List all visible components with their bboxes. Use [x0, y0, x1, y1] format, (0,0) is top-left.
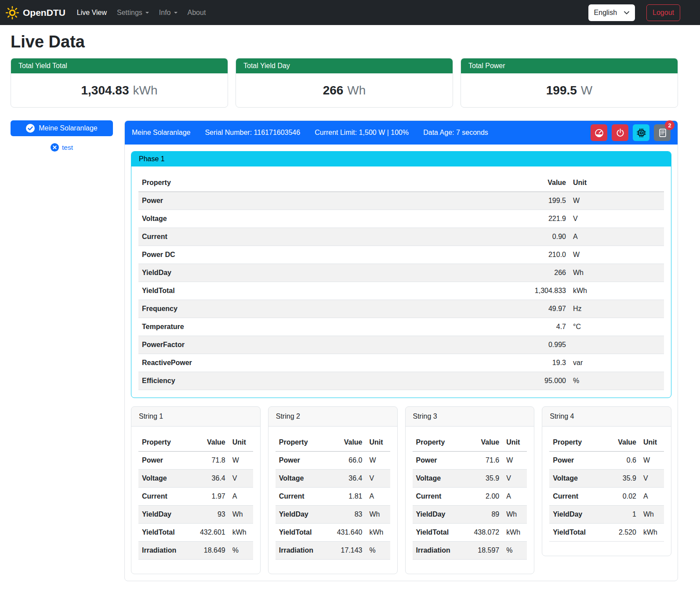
- phase-title: Phase 1: [131, 152, 671, 166]
- inverter-test-label: test: [62, 144, 73, 152]
- event-log-button[interactable]: 2: [654, 124, 671, 141]
- logout-button[interactable]: Logout: [646, 4, 680, 21]
- table-row: Power 0.6 W: [549, 452, 664, 470]
- property-cell: Voltage: [549, 470, 600, 488]
- value-header: Value: [512, 174, 569, 192]
- table-row: Current 1.97 A: [138, 488, 253, 506]
- nav-settings[interactable]: Settings: [115, 5, 151, 20]
- unit-cell: Wh: [366, 506, 390, 524]
- table-row: YieldDay 93 Wh: [138, 506, 253, 524]
- value-cell: 93: [189, 506, 229, 524]
- property-cell: Current: [276, 488, 326, 506]
- inverter-serial: Serial Number: 116171603546: [205, 129, 300, 137]
- property-cell: Voltage: [276, 470, 326, 488]
- table-row: YieldDay 89 Wh: [413, 506, 527, 524]
- table-row: Temperature 4.7 °C: [138, 318, 664, 336]
- table-row: YieldDay 1 Wh: [549, 506, 664, 524]
- value-cell: 0.90: [512, 228, 569, 246]
- property-cell: Irradiation: [413, 542, 464, 560]
- property-cell: Temperature: [138, 318, 512, 336]
- table-row: Voltage 221.9 V: [138, 210, 664, 228]
- property-cell: Power DC: [138, 246, 512, 264]
- string-4-card: String 4 Property Value Unit: [542, 406, 671, 556]
- value-cell: 431.640: [326, 524, 366, 542]
- property-cell: YieldTotal: [138, 524, 189, 542]
- navbar-right: English Logout: [588, 4, 680, 21]
- table-row: YieldTotal 438.072 kWh: [413, 524, 527, 542]
- nav-live-view[interactable]: Live View: [75, 5, 109, 20]
- property-cell: YieldTotal: [138, 282, 512, 300]
- unit-cell: %: [569, 372, 664, 390]
- table-header-row: Property Value Unit: [276, 434, 390, 452]
- card-value: 199.5W: [461, 73, 678, 107]
- unit-cell: kWh: [503, 524, 527, 542]
- string-table: Property Value Unit Power 0.6 W Voltage …: [549, 434, 664, 542]
- unit-cell: Wh: [640, 506, 664, 524]
- device-info-button[interactable]: [633, 124, 649, 141]
- value-cell: 221.9: [512, 210, 569, 228]
- card-value: 266Wh: [236, 73, 453, 107]
- value-cell: 1,304.833: [512, 282, 569, 300]
- value-cell: 49.97: [512, 300, 569, 318]
- unit-cell: W: [569, 246, 664, 264]
- string-1-card: String 1 Property Value Unit: [131, 406, 261, 574]
- value-cell: 19.3: [512, 354, 569, 372]
- property-cell: YieldDay: [138, 506, 189, 524]
- value-cell: 66.0: [326, 452, 366, 470]
- unit-cell: W: [569, 192, 664, 210]
- table-row: Power 71.6 W: [413, 452, 527, 470]
- power-button[interactable]: [612, 124, 628, 141]
- main-content: Live Data Total Yield Total 1,304.83kWh …: [0, 33, 700, 587]
- brand-link[interactable]: OpenDTU: [6, 6, 65, 19]
- unit-cell: kWh: [229, 524, 253, 542]
- language-select[interactable]: English: [588, 4, 635, 21]
- value-number: 266: [323, 83, 344, 97]
- unit-header: Unit: [569, 174, 664, 192]
- event-count-badge: 2: [665, 120, 675, 130]
- value-cell: 83: [326, 506, 366, 524]
- card-title: Total Power: [461, 58, 678, 73]
- inverter-card: Meine Solaranlage Serial Number: 1161716…: [124, 120, 678, 581]
- property-cell: PowerFactor: [138, 336, 512, 354]
- page-title: Live Data: [11, 33, 678, 51]
- table-row: Current 2.00 A: [413, 488, 527, 506]
- nav-about[interactable]: About: [186, 5, 208, 20]
- unit-cell: V: [503, 470, 527, 488]
- unit-cell: A: [229, 488, 253, 506]
- value-cell: 89: [463, 506, 503, 524]
- table-row: PowerFactor 0.995: [138, 336, 664, 354]
- caret-down-icon: [145, 12, 149, 14]
- property-cell: Frequency: [138, 300, 512, 318]
- table-row: YieldTotal 432.601 kWh: [138, 524, 253, 542]
- value-cell: 1: [600, 506, 640, 524]
- property-cell: Current: [138, 488, 189, 506]
- unit-cell: kWh: [569, 282, 664, 300]
- value-cell: 95.000: [512, 372, 569, 390]
- nav-info[interactable]: Info: [157, 5, 179, 20]
- value-unit: kWh: [133, 83, 158, 97]
- value-cell: 0.995: [512, 336, 569, 354]
- inverter-data-age: Data Age: 7 seconds: [423, 129, 488, 137]
- value-cell: 35.9: [463, 470, 503, 488]
- property-cell: Voltage: [413, 470, 464, 488]
- property-header: Property: [138, 174, 512, 192]
- chevron-down-icon: [624, 11, 629, 14]
- table-row: YieldDay 83 Wh: [276, 506, 390, 524]
- caret-down-icon: [174, 12, 178, 14]
- string-table: Property Value Unit Power 71.8 W Voltage…: [138, 434, 253, 560]
- property-cell: Voltage: [138, 470, 189, 488]
- unit-cell: W: [366, 452, 390, 470]
- power-icon: [616, 128, 625, 137]
- value-cell: 0.6: [600, 452, 640, 470]
- inverter-selected-button[interactable]: Meine Solaranlage: [11, 120, 113, 136]
- value-cell: 18.649: [189, 542, 229, 560]
- card-title: Total Yield Day: [236, 58, 453, 73]
- inverter-selected-label: Meine Solaranlage: [39, 124, 97, 132]
- limit-settings-button[interactable]: [591, 124, 607, 141]
- value-cell: 36.4: [326, 470, 366, 488]
- cpu-icon: [637, 128, 646, 137]
- value-cell: 35.9: [600, 470, 640, 488]
- inverter-item-test[interactable]: test: [11, 143, 113, 152]
- phase-card: Phase 1 Property Value Unit: [131, 151, 671, 398]
- table-row: YieldTotal 1,304.833 kWh: [138, 282, 664, 300]
